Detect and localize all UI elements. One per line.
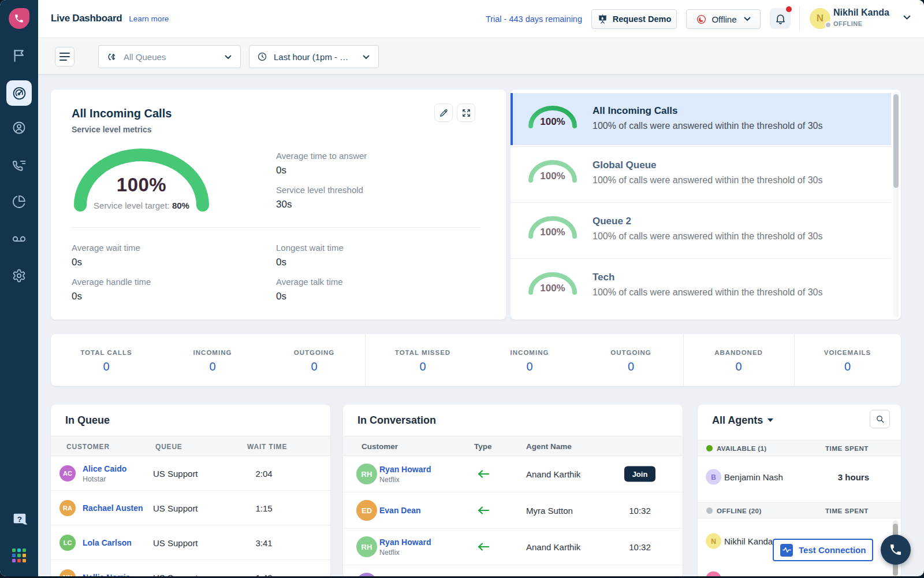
- time-range-filter[interactable]: Last hour (1pm - …: [249, 45, 379, 68]
- call-stats-bar: TOTAL CALLS 0INCOMING 0OUTGOING 0TOTAL M…: [51, 334, 901, 386]
- avatar-initials: RA: [63, 505, 72, 512]
- sidebar-item-admin[interactable]: [6, 263, 32, 288]
- wait-time-cell: 3:41: [230, 538, 298, 547]
- request-demo-button[interactable]: Request Demo: [591, 9, 677, 29]
- queue-scrollbar-thumb[interactable]: [893, 94, 899, 188]
- customer-name[interactable]: Ryan Howard: [379, 538, 431, 547]
- agents-search-button[interactable]: [870, 410, 890, 428]
- queue-cell: US Support: [153, 572, 198, 576]
- collapse-menu-button[interactable]: [55, 47, 74, 66]
- queue-name: Tech: [593, 272, 614, 283]
- test-connection-button[interactable]: Test Connection: [773, 539, 873, 561]
- voicemail-icon: [12, 231, 27, 246]
- sidebar-item-announcements[interactable]: [6, 43, 32, 68]
- avatar-initials: B: [711, 473, 716, 481]
- svg-text:?: ?: [17, 515, 22, 524]
- metric-value: 0s: [276, 165, 367, 176]
- queue-cell: US Support: [153, 503, 198, 513]
- service-card-subtitle: Service level metrics: [72, 125, 152, 134]
- learn-more-link[interactable]: Learn more: [129, 14, 169, 23]
- edit-button[interactable]: [434, 103, 453, 122]
- presence-select[interactable]: Offline: [686, 9, 761, 29]
- customer-name[interactable]: Evan Dean: [379, 506, 421, 515]
- brand-logo[interactable]: [9, 8, 29, 29]
- in-conversation-row[interactable]: ED Evan Dean Myra Sutton 10:32: [343, 492, 683, 529]
- in-queue-row[interactable]: RA Rachael Austen US Support 1:15: [51, 491, 330, 525]
- stat-incoming: INCOMING 0: [480, 334, 579, 386]
- stat-value[interactable]: 0: [365, 360, 480, 373]
- help-button[interactable]: ?: [11, 511, 28, 528]
- stat-value[interactable]: 0: [683, 360, 794, 373]
- pulse-icon: [780, 544, 793, 557]
- stat-value[interactable]: 0: [263, 360, 365, 373]
- clock-icon: [257, 51, 267, 62]
- stat-label: TOTAL CALLS: [51, 349, 162, 356]
- in-conversation-row[interactable]: RH Ryan HowardNetflix Anand Karthik 10:3…: [343, 529, 683, 565]
- stat-value[interactable]: 0: [51, 360, 162, 373]
- queue-summary-item[interactable]: 100% All Incoming Calls 100% of calls we…: [511, 93, 891, 145]
- queue-summary-item[interactable]: 100% Tech 100% of calls were answered wi…: [511, 260, 891, 313]
- in-queue-row[interactable]: NN Nellie Norris US Support 1:43: [51, 560, 330, 576]
- user-menu[interactable]: Nikhil Kanda OFFLINE: [833, 8, 888, 27]
- sidebar-item-contacts[interactable]: [6, 115, 32, 140]
- stat-label: ABANDONED: [683, 349, 794, 356]
- menu-bar: [59, 53, 70, 54]
- user-chevron-icon[interactable]: [903, 15, 911, 20]
- avatar-initials: NN: [63, 574, 72, 576]
- queue-description: 100% of calls were answered within the t…: [593, 231, 822, 242]
- test-connection-label: Test Connection: [799, 545, 866, 555]
- time-range-value: Last hour (1pm - …: [274, 52, 348, 62]
- stat-value[interactable]: 0: [162, 360, 263, 373]
- stat-value[interactable]: 0: [794, 360, 901, 373]
- apps-grid-icon[interactable]: [12, 549, 26, 562]
- metric-label: Average wait time: [72, 243, 140, 253]
- customer-name[interactable]: Lola Carlson: [83, 538, 132, 547]
- agent-row[interactable]: B Benjamin Nash3 hours: [698, 456, 901, 498]
- expand-button[interactable]: [457, 103, 475, 122]
- in-queue-row[interactable]: AC Alice CaidoHotstar US Support 2:04: [51, 456, 330, 491]
- agent-name-cell: Anand Karthik: [526, 469, 580, 479]
- queue-description: 100% of calls were answered within the t…: [593, 175, 822, 186]
- customer-company: Netflix: [379, 476, 431, 484]
- metric-longest-wait-time: Longest wait time 0s: [276, 243, 344, 268]
- queue-gauge-value: 100%: [526, 171, 579, 182]
- queue-cell: US Support: [153, 538, 198, 547]
- sidebar-item-voicemail[interactable]: [6, 226, 32, 251]
- in-conversation-row[interactable]: RH Ryan HowardNetflix Anand Karthik Join: [343, 456, 683, 492]
- queue-gauge-value: 100%: [526, 227, 579, 238]
- customer-name[interactable]: Nellie Norris: [83, 573, 130, 577]
- stat-outgoing: OUTGOING 0: [579, 334, 683, 386]
- gauge-value: 100%: [73, 174, 210, 196]
- stat-value[interactable]: 0: [480, 360, 579, 373]
- phone-widget-button[interactable]: [881, 535, 911, 565]
- queue-summary-item[interactable]: 100% Queue 2 100% of calls were answered…: [511, 203, 891, 257]
- customer-name[interactable]: Ryan Howard: [379, 465, 431, 474]
- sidebar-item-call-metrics[interactable]: [6, 152, 32, 177]
- in-conversation-row[interactable]: [343, 565, 683, 576]
- service-card-title: All Incoming Calls: [72, 107, 172, 120]
- all-agents-title[interactable]: All Agents: [712, 414, 773, 427]
- queues-filter[interactable]: All Queues: [98, 45, 241, 68]
- sidebar-item-dashboard[interactable]: [6, 80, 32, 106]
- customer-name[interactable]: Rachael Austen: [83, 503, 143, 513]
- metric-label: Longest wait time: [276, 243, 344, 253]
- join-call-button[interactable]: Join: [624, 466, 656, 482]
- user-name: Nikhil Kanda: [833, 8, 888, 18]
- trial-remaining[interactable]: Trial - 443 days remaining: [486, 14, 582, 24]
- agents-group-label: OFFLINE (20): [717, 507, 762, 514]
- queue-name: Queue 2: [593, 216, 631, 227]
- queues-summary-panel: 100% All Incoming Calls 100% of calls we…: [511, 90, 901, 320]
- customer-name[interactable]: Alice Caido: [83, 464, 126, 473]
- status-dot: [706, 507, 713, 514]
- column-header: Agent Name: [526, 442, 572, 451]
- wait-time-cell: 2:04: [230, 468, 298, 478]
- stat-value[interactable]: 0: [579, 360, 683, 373]
- presence-label: Offline: [711, 14, 736, 24]
- queue-separator: [511, 202, 891, 203]
- in-queue-row[interactable]: LC Lola Carlson US Support 3:41: [51, 525, 330, 560]
- queue-summary-item[interactable]: 100% Global Queue 100% of calls were ans…: [511, 147, 891, 201]
- queue-separator: [511, 146, 891, 147]
- app-grid-dot: [23, 559, 26, 562]
- sidebar-item-reports[interactable]: [6, 189, 32, 214]
- stats-divider: [683, 334, 684, 386]
